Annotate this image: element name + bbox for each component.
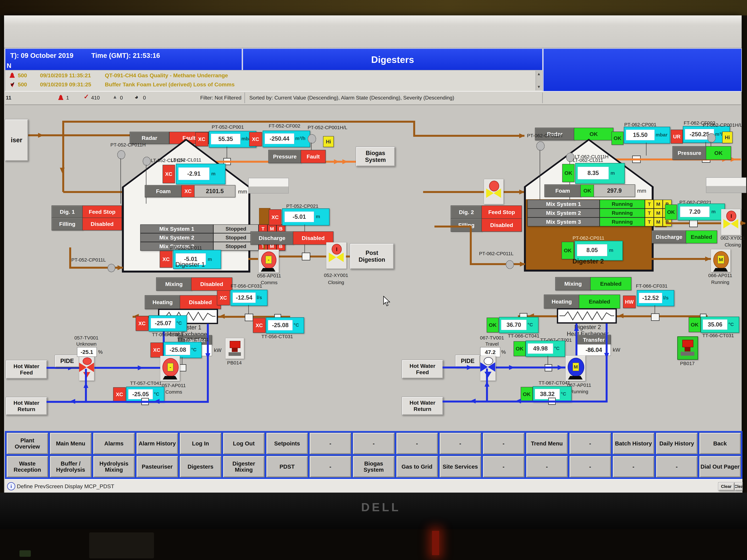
discharge-status[interactable]: Enabled — [686, 231, 717, 243]
value-box[interactable]: 35.06 °C — [701, 317, 739, 333]
alarm-message[interactable]: QT-091-CH4 Gas Quality - Methane Underra… — [105, 72, 228, 79]
nav-button-trend-menu[interactable]: Trend Menu — [526, 433, 568, 454]
nav-button-site-services[interactable]: Site Services — [439, 456, 481, 477]
value-box[interactable]: 8.35 m — [575, 163, 625, 184]
value-box[interactable]: -2.91 m — [176, 164, 226, 184]
alarm-scrollbar[interactable]: ▲ ▼ — [536, 71, 542, 90]
nav-button-alarms[interactable]: Alarms — [93, 433, 135, 454]
alarm-ack-badge[interactable]: XC — [113, 387, 126, 402]
nav-button-pdst[interactable]: PDST — [266, 456, 308, 477]
nav-button-blank[interactable]: - — [309, 456, 351, 477]
nav-button-blank[interactable]: - — [526, 456, 568, 477]
alarm-ack-badge[interactable]: XC — [253, 318, 265, 333]
ok-badge[interactable]: OK — [612, 132, 623, 145]
nav-biogas-system[interactable]: Biogas System — [356, 146, 395, 166]
nav-button-gas-to-grid[interactable]: Gas to Grid — [396, 456, 438, 477]
hw-alarm-badge[interactable]: HW — [623, 296, 636, 308]
nav-button-digester-mixing[interactable]: Digester Mixing — [223, 456, 264, 477]
nav-post-digestion[interactable]: Post Digestion — [350, 243, 394, 269]
nav-button-blank[interactable]: - — [483, 456, 524, 477]
nav-button-pasteuriser[interactable]: Pasteuriser — [136, 456, 178, 477]
alarm-ack-badge[interactable]: XC — [269, 209, 281, 225]
nav-button-alarm-history[interactable]: Alarm History — [136, 433, 178, 454]
pressure-status[interactable]: OK — [706, 146, 731, 160]
filling-status[interactable]: Disabled — [482, 218, 522, 232]
value-box[interactable]: -12.52 l/s — [637, 290, 674, 306]
nav-button-blank[interactable]: - — [309, 433, 351, 454]
mix-mid-button[interactable]: M — [654, 209, 663, 217]
radar-status[interactable]: OK — [574, 128, 613, 140]
filter-status[interactable]: Filter: Not Filtered — [200, 95, 241, 101]
value-box[interactable]: -25.08 °C — [163, 342, 202, 358]
pump-056-AP011[interactable]: - — [259, 249, 279, 273]
alarm-code[interactable]: 500 — [18, 72, 27, 79]
foam-value[interactable]: 297.9 — [594, 184, 635, 197]
clear-button-partial[interactable]: Clea — [735, 482, 743, 491]
value-box[interactable]: -250.44 m³/h — [263, 131, 310, 147]
alarm-ack-badge[interactable]: XC — [162, 165, 175, 183]
alarm-ack-badge[interactable]: XC — [150, 343, 163, 357]
pb017-button[interactable] — [677, 337, 698, 360]
nav-button-daily-history[interactable]: Daily History — [656, 433, 698, 454]
filling-status[interactable]: Disabled — [82, 218, 122, 231]
mix-top-button[interactable]: T — [645, 217, 654, 226]
value-box[interactable]: -25.07 °C — [149, 315, 187, 331]
nav-button-plant-overview[interactable]: Plant Overview — [6, 433, 48, 454]
nav-pasteuriser-partial[interactable]: iser — [5, 119, 28, 161]
alarm-ack-badge[interactable]: XC — [217, 290, 230, 305]
mix-top-button[interactable]: T — [645, 199, 654, 209]
clear-button[interactable]: Clear — [718, 482, 735, 491]
pump-067-AP011[interactable]: M — [565, 355, 586, 381]
nav-button-digesters[interactable]: Digesters — [180, 456, 221, 477]
pump-066-AP011[interactable]: M — [711, 249, 731, 272]
nav-button-waste-reception[interactable]: Waste Reception — [6, 456, 48, 477]
mix-mid-button[interactable]: M — [654, 217, 663, 226]
ok-badge[interactable]: OK — [514, 341, 525, 356]
ok-badge[interactable]: OK — [689, 317, 701, 332]
value-box[interactable]: -25.08 °C — [266, 317, 304, 334]
value-box[interactable]: -12.54 l/s — [231, 290, 267, 306]
hi-alarm-badge[interactable]: Hi — [323, 136, 334, 147]
nav-button-batch-history[interactable]: Batch History — [613, 433, 654, 454]
nav-button-log-out[interactable]: Log Out — [223, 433, 264, 454]
nav-button-dial-out-pager[interactable]: Dial Out Pager — [699, 456, 741, 477]
pressure-status[interactable]: Fault — [301, 150, 326, 163]
nav-button-setpoints[interactable]: Setpoints — [266, 433, 308, 454]
nav-button-blank[interactable]: - — [569, 433, 611, 454]
nav-button-hydrolysis-mixing[interactable]: Hydrolysis Mixing — [93, 456, 135, 477]
value-box[interactable]: -5.01 m — [282, 208, 330, 225]
nav-button-blank[interactable]: - — [353, 433, 394, 454]
hi-alarm-badge[interactable]: Hi — [722, 132, 732, 143]
ok-badge[interactable]: OK — [521, 387, 533, 402]
sort-status[interactable]: Sorted by: Current Value (Descending), A… — [249, 95, 454, 101]
ok-badge[interactable]: OK — [562, 242, 574, 259]
pb014-button[interactable] — [225, 338, 244, 359]
value-box[interactable]: 36.70 °C — [499, 317, 539, 333]
valve-067-TV001[interactable] — [480, 356, 496, 381]
foam-value[interactable]: 2101.5 — [194, 185, 235, 197]
nav-button-blank[interactable]: - — [396, 433, 438, 454]
value-box[interactable]: 15.50 mbar — [624, 127, 670, 143]
alarm-code[interactable]: 500 — [18, 81, 27, 88]
valve-062-XY001[interactable]: I — [721, 209, 741, 235]
alarm-ack-badge[interactable]: XC — [136, 316, 148, 331]
mix-top-button[interactable]: T — [645, 209, 654, 217]
feed-status[interactable]: Feed Stop — [82, 206, 122, 218]
ok-badge[interactable]: OK — [487, 318, 499, 332]
heating-status[interactable]: Disabled — [180, 295, 221, 309]
alarm-ack-badge[interactable]: XC — [249, 132, 262, 146]
nav-button-back[interactable]: Back — [699, 433, 741, 454]
alarm-timestamp[interactable]: 09/10/2019 09:31:25 — [40, 81, 91, 88]
pide-button[interactable]: PIDE — [55, 355, 80, 367]
ok-badge[interactable]: OK — [665, 205, 677, 220]
value-box[interactable]: 7.20 m — [678, 204, 725, 220]
alarm-message[interactable]: Buffer Tank Foam Level (derived) Loss of… — [105, 81, 235, 88]
ok-badge[interactable]: OK — [562, 164, 574, 182]
nav-button-blank[interactable]: - — [483, 433, 524, 454]
ok-badge[interactable]: OK — [581, 184, 594, 197]
valve-049-XY061[interactable] — [484, 179, 504, 204]
nav-button-biogas-system[interactable]: Biogas System — [353, 456, 394, 477]
pump-057-AP011[interactable]: - — [160, 356, 180, 381]
nav-button-blank[interactable]: - — [613, 456, 654, 477]
alarm-ack-badge[interactable]: XC — [195, 132, 208, 146]
